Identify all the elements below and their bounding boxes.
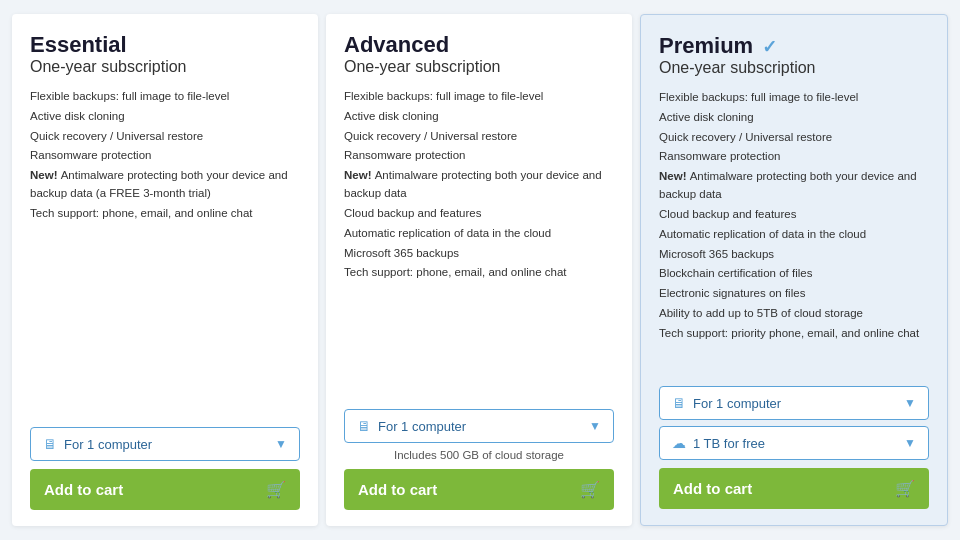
list-item: Electronic signatures on files	[659, 285, 929, 303]
bottom-section-advanced: 🖥 For 1 computer ▼ Includes 500 GB of cl…	[344, 409, 614, 510]
features-list-advanced: Flexible backups: full image to file-lev…	[344, 88, 614, 393]
chevron-down-icon: ▼	[904, 436, 916, 450]
add-to-cart-button-essential[interactable]: Add to cart 🛒	[30, 469, 300, 510]
bottom-section-essential: 🖥 For 1 computer ▼ Add to cart 🛒	[30, 427, 300, 510]
computer-dropdown-label: For 1 computer	[693, 396, 781, 411]
list-item: Blockchain certification of files	[659, 265, 929, 283]
list-item: Cloud backup and features	[344, 205, 614, 223]
list-item: Cloud backup and features	[659, 206, 929, 224]
cart-icon: 🛒	[895, 479, 915, 498]
list-item: Automatic replication of data in the clo…	[659, 226, 929, 244]
list-item: Quick recovery / Universal restore	[30, 128, 300, 146]
computer-icon: 🖥	[357, 418, 371, 434]
list-item: Quick recovery / Universal restore	[344, 128, 614, 146]
list-item: Tech support: priority phone, email, and…	[659, 325, 929, 343]
chevron-down-icon: ▼	[275, 437, 287, 451]
list-item: Active disk cloning	[659, 109, 929, 127]
plan-card-essential: EssentialOne-year subscriptionFlexible b…	[12, 14, 318, 526]
list-item: Ransomware protection	[659, 148, 929, 166]
computer-dropdown-essential[interactable]: 🖥 For 1 computer ▼	[30, 427, 300, 461]
list-item: New! Antimalware protecting both your de…	[659, 168, 929, 204]
plan-subtitle-advanced: One-year subscription	[344, 58, 614, 76]
cloud-icon: ☁	[672, 435, 686, 451]
plan-card-advanced: AdvancedOne-year subscriptionFlexible ba…	[326, 14, 632, 526]
plan-subtitle-essential: One-year subscription	[30, 58, 300, 76]
add-to-cart-label: Add to cart	[358, 481, 437, 498]
storage-note: Includes 500 GB of cloud storage	[344, 449, 614, 461]
list-item: Automatic replication of data in the clo…	[344, 225, 614, 243]
list-item: New! Antimalware protecting both your de…	[30, 167, 300, 203]
add-to-cart-label: Add to cart	[673, 480, 752, 497]
add-to-cart-label: Add to cart	[44, 481, 123, 498]
add-to-cart-button-advanced[interactable]: Add to cart 🛒	[344, 469, 614, 510]
list-item: Ransomware protection	[30, 147, 300, 165]
chevron-down-icon: ▼	[904, 396, 916, 410]
chevron-down-icon: ▼	[589, 419, 601, 433]
list-item: Ransomware protection	[344, 147, 614, 165]
plans-container: EssentialOne-year subscriptionFlexible b…	[0, 0, 960, 540]
computer-dropdown-premium[interactable]: 🖥 For 1 computer ▼	[659, 386, 929, 420]
storage-dropdown-label: 1 TB for free	[693, 436, 765, 451]
list-item: Flexible backups: full image to file-lev…	[30, 88, 300, 106]
bottom-section-premium: 🖥 For 1 computer ▼ ☁ 1 TB for free ▼ Add…	[659, 386, 929, 509]
list-item: Ability to add up to 5TB of cloud storag…	[659, 305, 929, 323]
plan-card-premium: Premium ✓One-year subscriptionFlexible b…	[640, 14, 948, 526]
cart-icon: 🛒	[266, 480, 286, 499]
plan-subtitle-premium: One-year subscription	[659, 59, 929, 77]
plan-title-essential: Essential	[30, 32, 300, 58]
list-item: Flexible backups: full image to file-lev…	[344, 88, 614, 106]
list-item: Active disk cloning	[30, 108, 300, 126]
computer-icon: 🖥	[672, 395, 686, 411]
new-label: New!	[659, 170, 690, 182]
list-item: Flexible backups: full image to file-lev…	[659, 89, 929, 107]
list-item: Microsoft 365 backups	[659, 246, 929, 264]
computer-dropdown-label: For 1 computer	[64, 437, 152, 452]
list-item: Quick recovery / Universal restore	[659, 129, 929, 147]
storage-dropdown-premium[interactable]: ☁ 1 TB for free ▼	[659, 426, 929, 460]
list-item: New! Antimalware protecting both your de…	[344, 167, 614, 203]
list-item: Microsoft 365 backups	[344, 245, 614, 263]
plan-title-premium: Premium ✓	[659, 33, 929, 59]
cart-icon: 🛒	[580, 480, 600, 499]
list-item: Active disk cloning	[344, 108, 614, 126]
new-label: New!	[30, 169, 61, 181]
computer-dropdown-label: For 1 computer	[378, 419, 466, 434]
checkmark-icon: ✓	[757, 37, 777, 57]
list-item: Tech support: phone, email, and online c…	[30, 205, 300, 223]
features-list-essential: Flexible backups: full image to file-lev…	[30, 88, 300, 411]
features-list-premium: Flexible backups: full image to file-lev…	[659, 89, 929, 370]
add-to-cart-button-premium[interactable]: Add to cart 🛒	[659, 468, 929, 509]
list-item: Tech support: phone, email, and online c…	[344, 264, 614, 282]
computer-dropdown-advanced[interactable]: 🖥 For 1 computer ▼	[344, 409, 614, 443]
computer-icon: 🖥	[43, 436, 57, 452]
new-label: New!	[344, 169, 375, 181]
plan-title-advanced: Advanced	[344, 32, 614, 58]
